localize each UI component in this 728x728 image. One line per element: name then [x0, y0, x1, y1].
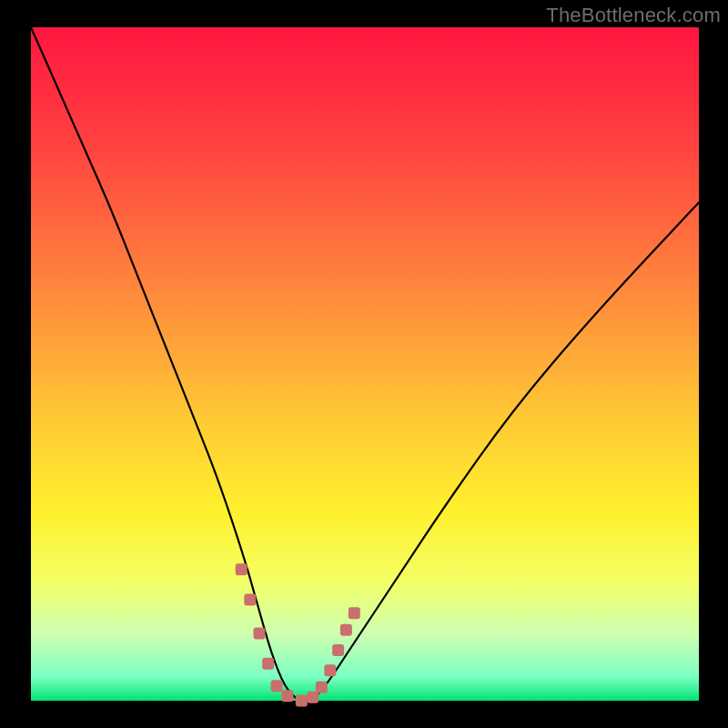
anchor-point [271, 680, 283, 692]
anchor-point [236, 563, 248, 575]
anchor-point [349, 607, 360, 619]
bottleneck-chart [0, 0, 728, 728]
watermark-text: TheBottleneck.com [546, 4, 721, 27]
anchor-point [296, 695, 308, 707]
plot-background [31, 27, 699, 701]
anchor-point [254, 628, 266, 640]
anchor-point [262, 658, 274, 670]
anchor-point [324, 664, 336, 676]
anchor-point [316, 682, 328, 693]
anchor-point [307, 692, 318, 703]
anchor-point [340, 624, 352, 636]
chart-stage: TheBottleneck.com [0, 0, 728, 728]
anchor-point [244, 594, 256, 606]
anchor-point [281, 690, 293, 702]
anchor-point [332, 644, 344, 656]
